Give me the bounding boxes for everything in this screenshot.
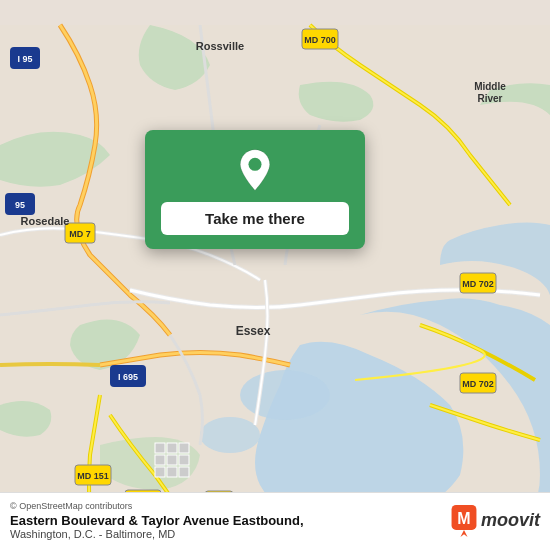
- svg-text:I 95: I 95: [17, 54, 32, 64]
- svg-text:MD 700: MD 700: [304, 35, 336, 45]
- svg-text:MD 7: MD 7: [69, 229, 91, 239]
- svg-text:I 695: I 695: [118, 372, 138, 382]
- svg-rect-28: [155, 443, 165, 453]
- moovit-brand-icon: M: [450, 505, 478, 537]
- take-me-there-button[interactable]: Take me there: [161, 202, 349, 235]
- location-pin-icon: [233, 148, 277, 192]
- svg-point-2: [200, 417, 260, 453]
- moovit-brand-name: moovit: [481, 510, 540, 531]
- svg-rect-29: [167, 443, 177, 453]
- svg-point-1: [240, 370, 330, 420]
- svg-rect-36: [179, 467, 189, 477]
- map-container: I 95 95 I 695 MD 7 MD 700 MD 151 MD 157 …: [0, 0, 550, 550]
- svg-text:River: River: [477, 93, 502, 104]
- svg-rect-34: [155, 467, 165, 477]
- svg-text:MD 702: MD 702: [462, 379, 494, 389]
- svg-text:MD 151: MD 151: [77, 471, 109, 481]
- popup-card: Take me there: [145, 130, 365, 249]
- svg-text:M: M: [457, 509, 470, 526]
- svg-text:Rossville: Rossville: [196, 40, 244, 52]
- svg-text:Middle: Middle: [474, 81, 506, 92]
- svg-point-37: [248, 158, 261, 171]
- svg-rect-35: [167, 467, 177, 477]
- svg-rect-31: [155, 455, 165, 465]
- svg-text:Essex: Essex: [236, 324, 271, 338]
- svg-text:Rosedale: Rosedale: [21, 215, 70, 227]
- svg-text:MD 702: MD 702: [462, 279, 494, 289]
- location-title: Eastern Boulevard & Taylor Avenue Eastbo…: [10, 513, 304, 528]
- svg-rect-33: [179, 455, 189, 465]
- svg-rect-30: [179, 443, 189, 453]
- bottom-bar: © OpenStreetMap contributors Eastern Bou…: [0, 492, 550, 550]
- map-background: I 95 95 I 695 MD 7 MD 700 MD 151 MD 157 …: [0, 0, 550, 550]
- moovit-logo: M moovit: [450, 505, 540, 537]
- copyright-text: © OpenStreetMap contributors: [10, 501, 304, 511]
- bottom-info: © OpenStreetMap contributors Eastern Bou…: [10, 501, 304, 540]
- svg-text:95: 95: [15, 200, 25, 210]
- svg-rect-32: [167, 455, 177, 465]
- location-subtitle: Washington, D.C. - Baltimore, MD: [10, 528, 304, 540]
